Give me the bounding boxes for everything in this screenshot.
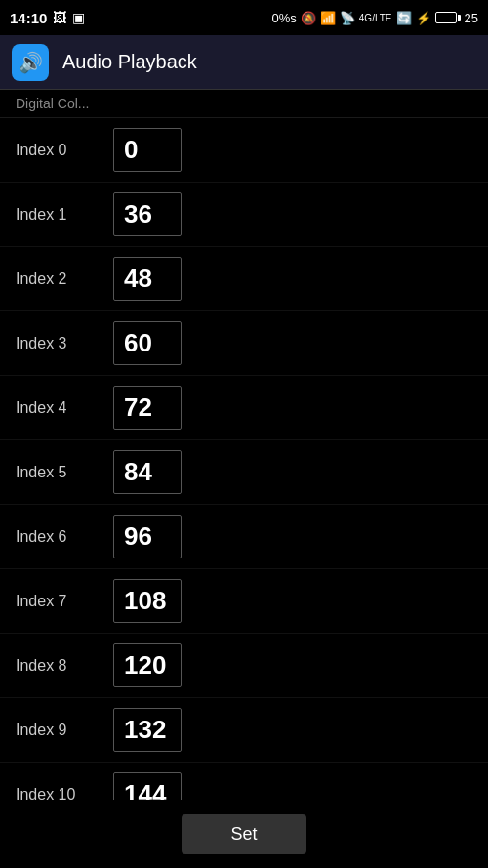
index-value-box-7[interactable]: 108	[113, 579, 182, 623]
index-row: Index 00	[0, 118, 488, 183]
index-row: Index 248	[0, 247, 488, 311]
set-button[interactable]: Set	[182, 814, 305, 854]
index-row: Index 360	[0, 311, 488, 376]
index-label-2: Index 2	[16, 270, 113, 288]
app-title: Audio Playback	[62, 51, 197, 73]
index-value-box-9[interactable]: 132	[113, 708, 182, 752]
index-label-3: Index 3	[16, 335, 113, 352]
index-value-7: 108	[124, 586, 166, 615]
index-value-3: 60	[124, 328, 152, 357]
status-bar: 14:10 🖼 ▣ 0%s 🔕 📶 📡 4G/LTE 🔄 ⚡ 25	[0, 0, 488, 35]
index-value-box-0[interactable]: 0	[113, 128, 182, 172]
index-label-8: Index 8	[16, 657, 113, 675]
audio-icon: 🔊	[19, 51, 43, 74]
index-row: Index 584	[0, 440, 488, 505]
index-label-5: Index 5	[16, 464, 113, 481]
index-value-6: 96	[124, 521, 152, 551]
index-value-0: 0	[124, 135, 138, 164]
index-value-2: 48	[124, 264, 152, 293]
status-left: 14:10 🖼 ▣	[10, 10, 85, 26]
photo-icon: 🖼	[53, 10, 66, 25]
index-label-4: Index 4	[16, 399, 113, 417]
signal-text: 0%s	[272, 11, 297, 25]
index-value-box-1[interactable]: 36	[113, 192, 182, 236]
mute-icon: 🔕	[301, 11, 316, 25]
index-value-box-8[interactable]: 120	[113, 643, 182, 687]
battery-indicator	[435, 12, 461, 23]
index-label-6: Index 6	[16, 528, 113, 546]
lte-icon: 4G/LTE	[359, 13, 392, 23]
index-row: Index 7108	[0, 569, 488, 634]
index-value-8: 120	[124, 650, 166, 680]
index-label-9: Index 9	[16, 722, 113, 739]
index-row: Index 8120	[0, 634, 488, 698]
battery-tip	[458, 15, 461, 21]
index-value-box-2[interactable]: 48	[113, 257, 182, 301]
index-label-1: Index 1	[16, 206, 113, 224]
index-value-box-3[interactable]: 60	[113, 321, 182, 365]
index-label-7: Index 7	[16, 593, 113, 610]
content-area[interactable]: Digital Col... Index 00Index 136Index 24…	[0, 90, 488, 868]
app-header: 🔊 Audio Playback	[0, 35, 488, 90]
sim-icon: ▣	[72, 10, 85, 25]
index-row: Index 136	[0, 183, 488, 247]
charging-icon: ⚡	[416, 11, 431, 25]
index-value-9: 132	[124, 715, 166, 744]
app-icon: 🔊	[12, 44, 49, 81]
index-value-4: 72	[124, 393, 152, 422]
index-list: Index 00Index 136Index 248Index 360Index…	[0, 118, 488, 868]
status-time: 14:10	[10, 10, 47, 26]
index-value-box-4[interactable]: 72	[113, 386, 182, 430]
index-label-0: Index 0	[16, 142, 113, 159]
index-value-box-5[interactable]: 84	[113, 450, 182, 494]
battery-percent: 25	[465, 11, 478, 25]
index-value-5: 84	[124, 457, 152, 486]
status-right: 0%s 🔕 📶 📡 4G/LTE 🔄 ⚡ 25	[272, 11, 478, 25]
bottom-bar: Set	[0, 800, 488, 868]
index-row: Index 9132	[0, 698, 488, 763]
index-value-box-6[interactable]: 96	[113, 515, 182, 558]
cellular-icon: 📡	[340, 11, 355, 25]
sync-icon: 🔄	[396, 11, 412, 25]
index-row: Index 472	[0, 376, 488, 440]
wifi-icon: 📶	[320, 11, 336, 25]
index-row: Index 696	[0, 505, 488, 569]
battery-body	[435, 12, 457, 23]
top-partial-label: Digital Col...	[0, 90, 488, 118]
index-value-1: 36	[124, 199, 152, 228]
